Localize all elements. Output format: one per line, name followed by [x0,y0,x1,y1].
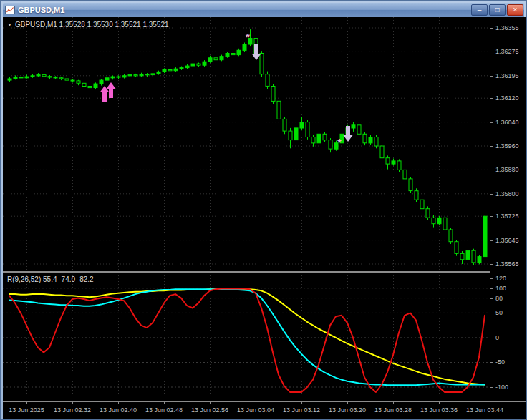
time-tick [485,402,485,404]
price-label: 1.35565 [495,260,519,268]
price-label: 1.35800 [495,190,519,197]
price-label: 1.36355 [495,24,519,31]
time-tick [256,402,256,404]
price-chart[interactable]: ** [3,17,490,271]
price-label: 1.35960 [495,142,519,150]
price-label: 1.36195 [495,72,519,79]
time-tick [210,402,211,404]
indicator-scale-label: 80 [495,295,503,302]
scale-tick [490,298,493,299]
scale-tick [490,216,493,217]
scale-tick [490,98,493,99]
time-scale[interactable]: 13 Jun 202513 Jun 02:3213 Jun 02:4013 Ju… [3,401,526,419]
scale-tick [490,28,493,29]
scale-tick [490,387,493,388]
scale-tick [490,240,493,241]
scale-tick [490,264,493,265]
price-label: 1.35880 [495,166,519,173]
indicator-scale-label: -100 [495,384,508,391]
scale-tick [490,170,493,170]
indicator-scale-label: 0 [495,334,499,341]
time-label: 13 Jun 03:44 [453,406,517,414]
price-scale[interactable]: 1.363551.362751.361951.361201.360401.359… [490,17,526,419]
price-label: 1.36040 [495,119,519,126]
time-tick [26,402,27,404]
close-button[interactable]: × [507,4,523,16]
svg-text:*: * [246,31,250,43]
chart-window: GBPUSD,M1 – □ × ** ▼ GBPUSD,M1 1.35528 1… [0,0,527,420]
symbol-dropdown-icon[interactable]: ▼ [7,22,12,27]
chart-area[interactable]: ** ▼ GBPUSD,M1 1.35528 1.35530 1.35521 1… [3,17,526,419]
scale-tick [490,278,493,279]
indicator-scale-label: 50 [495,309,503,316]
time-tick [164,402,165,404]
scale-tick [490,313,493,313]
time-tick [347,402,348,404]
scale-tick [490,146,493,147]
indicator-label: R(9,26,52) 55.4 -74.0 -82.2 [7,275,94,283]
time-tick [301,402,302,404]
indicator-scale-label: 120 [495,275,506,282]
indicator-chart[interactable] [3,273,490,401]
price-label: 1.36120 [495,94,519,102]
time-tick [393,402,394,404]
price-label: 1.36275 [495,48,519,55]
scale-tick [490,338,493,338]
window-title: GBPUSD,M1 [18,6,470,14]
svg-text:*: * [337,136,342,148]
restore-button[interactable]: □ [489,4,506,16]
price-label: 1.35725 [495,213,519,220]
price-label: 1.35645 [495,237,519,244]
scale-tick [490,76,493,77]
titlebar[interactable]: GBPUSD,M1 – □ × [3,3,524,17]
scale-tick [490,362,493,363]
time-tick [72,402,73,404]
scale-tick [490,288,493,289]
time-tick [439,402,440,404]
time-tick [118,402,119,404]
minimize-button[interactable]: – [471,4,488,16]
scale-tick [490,52,493,52]
indicator-scale-label: -50 [495,358,505,366]
scale-tick [490,194,493,195]
ohlc-text: GBPUSD,M1 1.35528 1.35530 1.35521 1.3552… [15,21,169,29]
indicator-scale-label: 100 [495,285,506,292]
scale-tick [490,122,493,123]
ohlc-info[interactable]: ▼ GBPUSD,M1 1.35528 1.35530 1.35521 1.35… [7,21,169,29]
chart-icon [5,6,15,14]
